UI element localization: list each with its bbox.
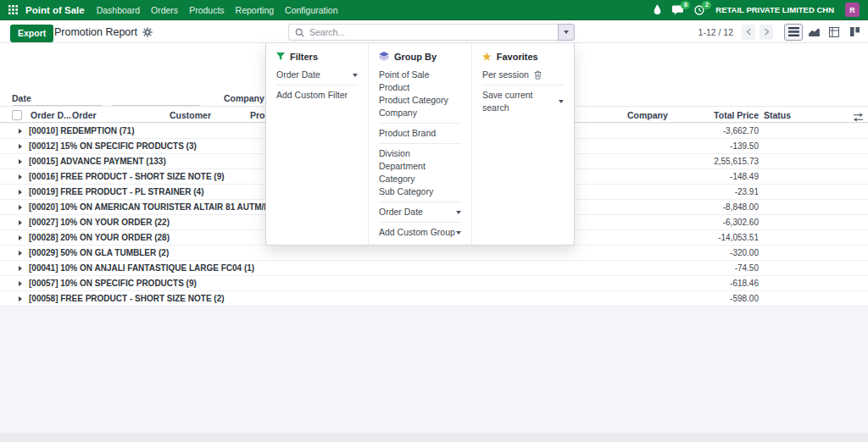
layers-icon [379, 52, 389, 62]
column-company[interactable]: Company [627, 107, 668, 123]
page-title: Promotion Report [54, 26, 137, 38]
divider [482, 85, 564, 86]
group-row-label: [00012] 15% ON SPECIFIC PRODUCTS (3) [29, 141, 197, 151]
favorite-item-per-session[interactable]: Per session [482, 69, 564, 81]
group-row-label: [00058] FREE PRODUCT - SHORT SIZE NOTE (… [29, 294, 225, 303]
group-by-list-1: Point of SaleProductProduct CategoryComp… [379, 69, 461, 119]
pivot-view-button[interactable] [825, 24, 843, 41]
graph-view-button[interactable] [804, 24, 823, 41]
group-by-item[interactable]: Product Category [379, 94, 461, 107]
nav-menu-item[interactable]: Products [189, 5, 224, 15]
expand-triangle-icon [19, 205, 22, 210]
column-status[interactable]: Status [764, 107, 791, 123]
droplet-icon[interactable] [654, 4, 661, 15]
group-row-total: -320.00 [730, 248, 759, 257]
filter-item-order-date[interactable]: Order Date [276, 69, 358, 81]
expand-triangle-icon [19, 235, 22, 240]
column-order[interactable]: Order [72, 107, 97, 123]
favorites-section: ★ Favorites Per session Save current sea… [471, 43, 574, 245]
favorites-title: Favorites [497, 52, 538, 62]
company-switcher[interactable]: RETAIL PRIVATE LIMITED CHN [715, 5, 834, 14]
select-all-checkbox[interactable] [12, 110, 22, 120]
apps-grid-icon[interactable] [8, 5, 18, 14]
pager-previous-button[interactable] [742, 25, 755, 40]
group-row-label: [00016] FREE PRODUCT - SHORT SIZE NOTE (… [29, 172, 225, 181]
table-row[interactable]: [00029] 50% ON GLA TUMBLER (2) -320.00 [0, 246, 868, 261]
messages-icon[interactable]: 8 [672, 5, 683, 15]
group-by-order-date[interactable]: Order Date [379, 206, 461, 218]
table-row[interactable]: [00058] FREE PRODUCT - SHORT SIZE NOTE (… [0, 291, 868, 307]
expand-triangle-icon [19, 144, 22, 149]
add-custom-filter[interactable]: Add Custom Filter [276, 89, 358, 102]
pager-next-button[interactable] [760, 25, 773, 40]
nav-menu-item[interactable]: Orders [151, 5, 178, 15]
view-settings-gear-icon[interactable] [142, 27, 153, 37]
trash-icon[interactable] [534, 70, 542, 80]
group-by-item[interactable]: Company [379, 107, 461, 119]
expand-triangle-icon [19, 251, 22, 256]
expand-triangle-icon [19, 159, 22, 164]
group-by-item[interactable]: Department [379, 160, 461, 173]
group-row-total: -74.50 [735, 263, 759, 273]
group-row-total: -618.46 [730, 279, 759, 288]
group-by-item[interactable]: Product [379, 81, 461, 94]
top-navbar: Point of Sale DashboardOrdersProductsRep… [0, 0, 868, 20]
nav-menu-item[interactable]: Reporting [236, 5, 275, 15]
group-row-label: [00027] 10% ON YOUR ORDER (22) [29, 218, 170, 227]
column-order-date[interactable]: Order D... [31, 107, 71, 123]
messages-badge: 8 [681, 1, 690, 9]
list-view-button[interactable] [784, 24, 803, 41]
group-row-label: [00015] ADVANCE PAYMENT (133) [29, 157, 166, 166]
filters-title: Filters [290, 52, 318, 62]
expand-triangle-icon [19, 281, 22, 286]
promotion-report-page: Point of Sale DashboardOrdersProductsRep… [0, 0, 868, 442]
group-row-total: -148.49 [730, 172, 759, 181]
export-button[interactable]: Export [10, 25, 53, 42]
search-input[interactable] [309, 27, 552, 37]
company-label: Company [224, 93, 264, 103]
group-by-item[interactable]: Point of Sale [379, 69, 461, 81]
table-row[interactable]: [00041] 10% ON ANJALI FANTASTIQUE LARGE … [0, 261, 868, 276]
expand-triangle-icon [19, 174, 22, 180]
group-row-total: -6,302.60 [723, 218, 759, 227]
chevron-down-icon [456, 211, 461, 214]
group-by-item[interactable]: Sub Category [379, 185, 461, 198]
group-row-total: -23.91 [735, 187, 759, 196]
activities-clock-icon[interactable]: 2 [694, 5, 704, 15]
chevron-down-icon [559, 100, 564, 103]
user-avatar[interactable]: R [845, 3, 860, 17]
favorites-header: ★ Favorites [482, 50, 564, 63]
group-by-item[interactable]: Category [379, 173, 461, 185]
group-by-list-3: DivisionDepartmentCategorySub Category [379, 147, 461, 198]
favorite-item-label: Per session [482, 69, 529, 81]
group-row-total: -14,053.51 [718, 233, 759, 242]
expand-triangle-icon [19, 129, 22, 134]
divider [379, 123, 461, 124]
column-customer[interactable]: Customer [170, 107, 211, 123]
add-custom-group[interactable]: Add Custom Group [379, 226, 461, 239]
app-name[interactable]: Point of Sale [25, 5, 85, 15]
group-by-section: Group By Point of SaleProductProduct Cat… [368, 43, 471, 245]
group-row-label: [00010] REDEMPTION (71) [29, 126, 134, 135]
kanban-view-button[interactable] [845, 24, 864, 41]
nav-menu-item[interactable]: Dashboard [97, 5, 140, 15]
divider [276, 85, 358, 86]
group-row-total: -3,662.70 [723, 126, 759, 135]
group-by-item[interactable]: Division [379, 147, 461, 160]
divider [379, 222, 461, 223]
chevron-down-icon [456, 231, 461, 235]
group-by-header: Group By [379, 50, 461, 63]
save-current-search[interactable]: Save current search [482, 89, 564, 114]
group-by-item[interactable]: Product Brand [379, 127, 461, 140]
group-row-label: [00020] 10% ON AMERICAN TOURISTER ALTAIR… [29, 202, 297, 212]
divider [379, 202, 461, 202]
nav-menu-item[interactable]: Configuration [285, 5, 337, 15]
group-row-label: [00029] 50% ON GLA TUMBLER (2) [29, 248, 169, 257]
table-row[interactable]: [00057] 10% ON SPECIFIC PRODUCTS (9) -61… [0, 276, 868, 291]
column-total-price[interactable]: Total Price [714, 107, 759, 123]
search-options-toggle[interactable] [558, 24, 575, 41]
filter-funnel-icon [276, 52, 285, 61]
divider [379, 143, 461, 144]
group-row-label: [00028] 20% ON YOUR ORDER (28) [29, 233, 170, 242]
optional-columns-icon[interactable] [853, 110, 864, 125]
